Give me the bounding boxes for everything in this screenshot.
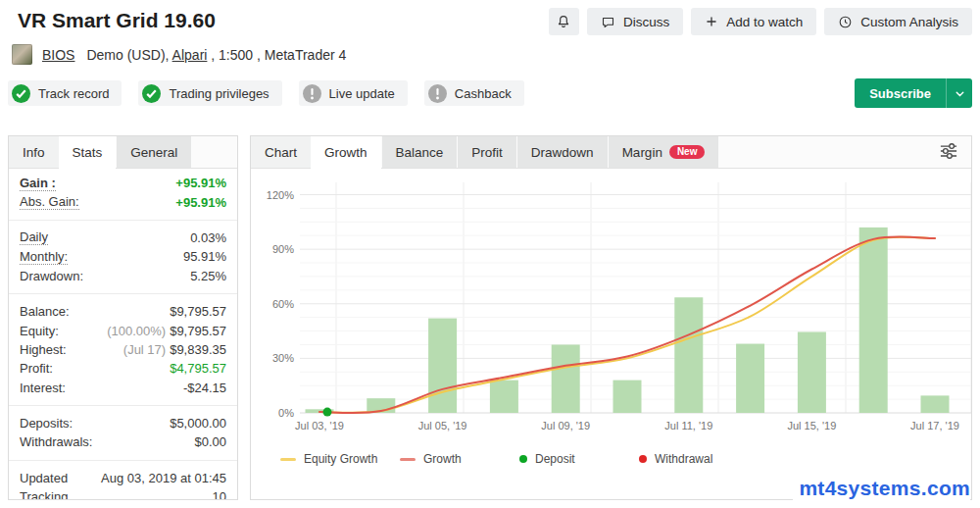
badge-label: Live update — [329, 86, 395, 101]
legend-item-withdrawal[interactable]: Withdrawal — [639, 452, 759, 466]
stat-value: $9,795.57 — [170, 304, 226, 319]
growth-bar-7[interactable] — [736, 344, 764, 413]
stat-row-drawdown: Drawdown:5.25% — [20, 267, 226, 285]
broker-link[interactable]: Alpari — [172, 47, 208, 63]
account-details: Demo (USD), Alpari , 1:500 , MetaTrader … — [86, 47, 346, 63]
add-to-watch-button[interactable]: Add to watch — [691, 8, 816, 35]
badge-track-record[interactable]: Track record — [8, 80, 122, 106]
stat-row-monthly: Monthly:95.91% — [20, 247, 226, 266]
y-tick-label: 60% — [272, 298, 294, 310]
chart-card: ChartGrowthBalanceProfitDrawdownMarginNe… — [250, 135, 972, 500]
tab-label: Info — [23, 145, 45, 160]
plus-icon — [705, 15, 718, 28]
stat-value: 10 — [213, 489, 226, 500]
badge-live-update[interactable]: Live update — [299, 80, 408, 106]
y-tick-label: 30% — [272, 352, 294, 364]
bell-icon — [556, 14, 571, 29]
chart-card-tabs: ChartGrowthBalanceProfitDrawdownMarginNe… — [251, 136, 718, 168]
avatar[interactable] — [12, 44, 32, 65]
stat-label: Equity: — [20, 324, 59, 338]
subscribe-label: Subscribe — [855, 78, 946, 108]
tab-profit[interactable]: Profit — [458, 136, 516, 168]
new-badge: New — [669, 145, 706, 159]
exclamation-circle-icon — [303, 84, 321, 103]
growth-bar-2[interactable] — [428, 319, 457, 413]
legend-label: Growth — [423, 452, 462, 466]
stat-value: $5,000.00 — [170, 416, 226, 431]
chevron-down-icon[interactable] — [946, 78, 972, 108]
marker-deposit[interactable] — [323, 408, 332, 417]
stat-row-updated: UpdatedAug 03, 2019 at 01:45 — [20, 469, 226, 487]
stat-value: +95.91% — [175, 176, 226, 190]
subscribe-button[interactable]: Subscribe — [855, 78, 972, 108]
account-row: BIOS Demo (USD), Alpari , 1:500 , MetaTr… — [12, 44, 346, 65]
legend-item-deposit[interactable]: Deposit — [519, 452, 639, 466]
growth-bar-5[interactable] — [613, 381, 642, 413]
chart-settings-button[interactable] — [926, 136, 971, 168]
x-tick-label: Jul 05, '19 — [418, 420, 467, 432]
legend-swatch — [639, 455, 647, 463]
growth-bar-3[interactable] — [490, 381, 518, 413]
tab-label: Profit — [471, 145, 503, 160]
stat-label[interactable]: Monthly: — [20, 249, 68, 265]
growth-bar-6[interactable] — [674, 297, 703, 413]
stat-value: 0.03% — [190, 230, 226, 245]
tab-stats[interactable]: Stats — [59, 136, 117, 169]
stats-body: Gain :+95.91%Abs. Gain:+95.91%Daily0.03%… — [9, 169, 237, 500]
stat-label: Tracking — [20, 489, 68, 500]
badge-cashback[interactable]: Cashback — [424, 80, 524, 106]
tab-label: Stats — [73, 145, 103, 160]
tab-general[interactable]: General — [117, 136, 191, 168]
tab-info[interactable]: Info — [9, 136, 59, 168]
badge-trading-privileges[interactable]: Trading privileges — [138, 80, 281, 106]
header-actions: DiscussAdd to watchCustom Analysis — [549, 8, 972, 35]
divider — [9, 293, 237, 294]
growth-bar-9[interactable] — [859, 228, 888, 413]
badge-label: Track record — [38, 86, 109, 101]
custom-analysis-button[interactable]: Custom Analysis — [824, 8, 972, 35]
growth-bar-10[interactable] — [921, 395, 950, 413]
growth-bar-4[interactable] — [552, 344, 580, 413]
y-tick-label: 0% — [278, 407, 294, 419]
tab-label: Balance — [396, 145, 444, 160]
tab-label: General — [130, 145, 177, 160]
stat-label[interactable]: Daily — [20, 229, 48, 245]
tab-label: Growth — [324, 145, 368, 160]
divider — [9, 460, 237, 461]
page-title: VR Smart Grid 19.60 — [18, 9, 216, 32]
stats-card-tabs: InfoStatsGeneral — [9, 136, 191, 168]
stat-label[interactable]: Gain : — [20, 176, 56, 191]
tab-margin[interactable]: MarginNew — [609, 136, 719, 168]
legend-label: Deposit — [535, 452, 575, 466]
stat-label[interactable]: Abs. Gain: — [20, 194, 79, 210]
growth-bar-8[interactable] — [798, 331, 826, 413]
badge-label: Trading privileges — [169, 86, 269, 101]
stat-label: Balance: — [20, 304, 70, 319]
legend-item-equity-growth[interactable]: Equity Growth — [280, 452, 400, 466]
badges-row: Track recordTrading privilegesLive updat… — [8, 80, 524, 106]
account-type: Demo (USD), — [86, 47, 169, 63]
stat-value: $0.00 — [194, 434, 226, 449]
stat-value: +95.91% — [175, 195, 226, 210]
tab-balance[interactable]: Balance — [382, 136, 458, 168]
check-circle-icon — [142, 84, 161, 103]
stat-value: (100.00%)$9,795.57 — [107, 324, 226, 338]
account-user-link[interactable]: BIOS — [42, 47, 74, 63]
tab-drawdown[interactable]: Drawdown — [517, 136, 608, 168]
discuss-button[interactable]: Discuss — [587, 8, 683, 35]
stat-value: $4,795.57 — [170, 361, 226, 376]
legend-label: Equity Growth — [304, 452, 377, 466]
stat-row-profit: Profit:$4,795.57 — [20, 359, 226, 378]
legend-item-growth[interactable]: Growth — [400, 452, 519, 466]
stat-value: 5.25% — [190, 269, 226, 283]
y-tick-label: 90% — [272, 243, 294, 255]
notifications-button[interactable] — [549, 8, 579, 35]
tab-chart[interactable]: Chart — [251, 136, 311, 168]
stat-row-deposits: Deposits:$5,000.00 — [20, 414, 226, 432]
tune-icon — [939, 142, 958, 163]
legend-swatch — [400, 458, 416, 461]
stat-value: 95.91% — [183, 249, 226, 264]
tab-growth[interactable]: Growth — [311, 136, 381, 169]
stat-row-daily: Daily0.03% — [20, 229, 226, 247]
chat-icon — [601, 15, 615, 29]
